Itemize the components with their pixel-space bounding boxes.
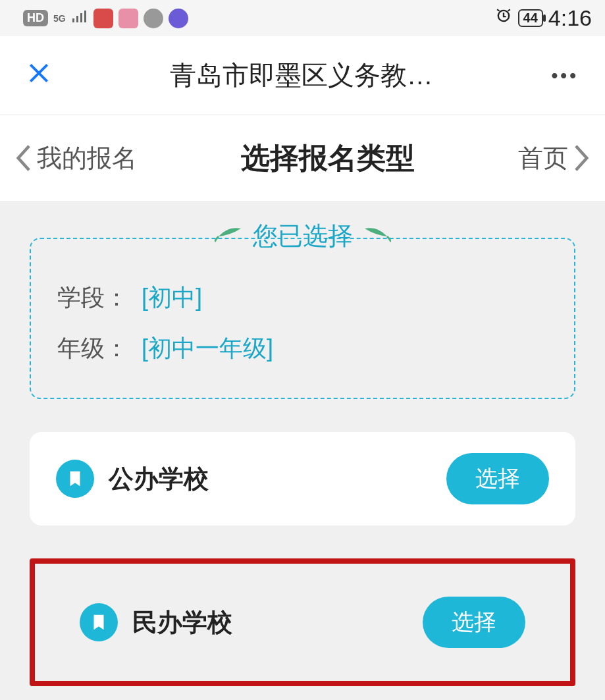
nav-home-label: 首页: [518, 142, 568, 175]
nav-back-label: 我的报名: [37, 142, 137, 175]
status-bar: HD 5G 44 4:16: [0, 0, 605, 36]
select-button-private[interactable]: 选择: [423, 597, 525, 648]
option-label: 公办学校: [109, 462, 209, 496]
option-left: 公办学校: [56, 460, 209, 498]
nav-back[interactable]: 我的报名: [14, 142, 137, 175]
grade-label: 年级：: [57, 333, 128, 365]
chevron-right-icon: [573, 144, 591, 173]
document-icon: [80, 603, 118, 641]
close-icon[interactable]: [26, 59, 51, 92]
nav-bar: 我的报名 选择报名类型 首页: [0, 115, 605, 201]
signal-icon: [71, 8, 88, 28]
more-icon[interactable]: •••: [552, 65, 579, 86]
chevron-left-icon: [14, 144, 32, 173]
battery-level: 44: [518, 9, 543, 27]
select-button-public[interactable]: 选择: [446, 453, 549, 504]
selection-grade-row: 年级： [初中一年级]: [57, 333, 548, 365]
app-title: 青岛市即墨区义务教…: [170, 57, 433, 94]
status-left: HD 5G: [23, 8, 188, 28]
app-icon-3: [144, 9, 163, 28]
option-label: 民办学校: [132, 606, 232, 639]
page-title: 选择报名类型: [241, 139, 415, 178]
status-right: 44 4:16: [494, 5, 592, 31]
app-bar: 青岛市即墨区义务教… •••: [0, 36, 605, 115]
app-icon-2: [118, 9, 138, 28]
selection-stage-row: 学段： [初中]: [57, 282, 548, 314]
option-card-private: 民办学校 选择: [53, 576, 552, 669]
app-icon-4: [169, 9, 188, 28]
leaf-left-icon: [215, 224, 244, 248]
selection-box: 学段： [初中] 年级： [初中一年级]: [30, 238, 575, 399]
leaf-right-icon: [362, 224, 391, 248]
network-label: 5G: [53, 14, 66, 23]
stage-value: [初中]: [142, 282, 202, 314]
document-icon: [56, 460, 94, 498]
option-card-public: 公办学校 选择: [30, 432, 575, 525]
stage-label: 学段：: [57, 282, 128, 314]
clock-time: 4:16: [548, 5, 592, 31]
alarm-icon: [494, 7, 513, 30]
selection-heading: 您已选择: [253, 219, 353, 253]
hd-badge: HD: [23, 10, 48, 26]
highlight-frame: 民办学校 选择: [30, 558, 575, 686]
nav-home[interactable]: 首页: [518, 142, 591, 175]
grade-value: [初中一年级]: [142, 333, 273, 365]
app-icon-1: [93, 9, 113, 28]
content: 您已选择 学段： [初中] 年级： [初中一年级] 公办学校 选择: [0, 219, 605, 686]
option-left: 民办学校: [80, 603, 232, 641]
